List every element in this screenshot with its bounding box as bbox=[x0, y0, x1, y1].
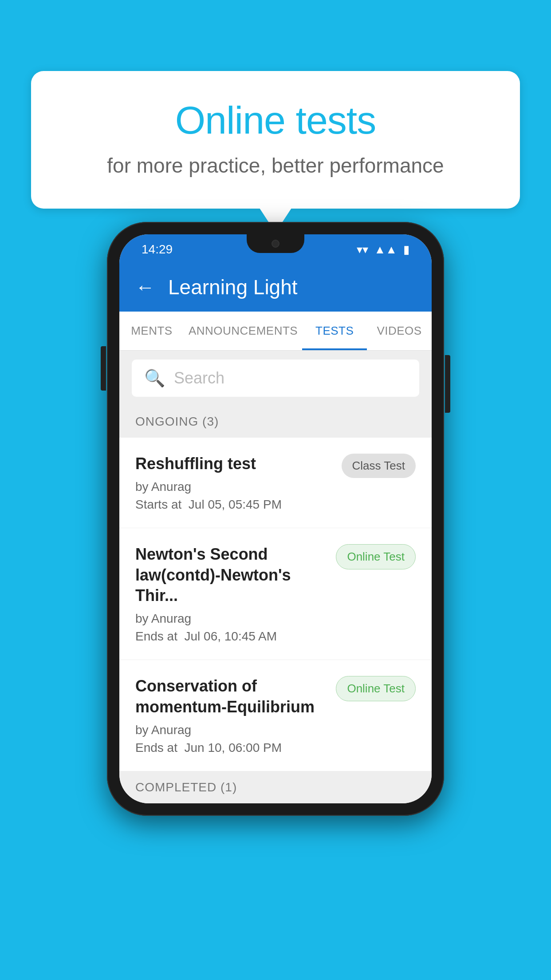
test-name-2: Newton's Second law(contd)-Newton's Thir… bbox=[135, 544, 327, 606]
badge-online-test-3: Online Test bbox=[336, 676, 416, 701]
search-container: 🔍 Search bbox=[119, 351, 432, 406]
app-bar: ← Learning Light bbox=[119, 263, 432, 312]
test-author-2: by Anurag bbox=[135, 612, 327, 626]
search-placeholder: Search bbox=[174, 369, 224, 387]
notch bbox=[247, 234, 304, 253]
test-item-1[interactable]: Reshuffling test by Anurag Starts at Jul… bbox=[119, 438, 432, 528]
badge-online-test-2: Online Test bbox=[336, 544, 416, 569]
camera-dot bbox=[272, 240, 279, 248]
status-time: 14:29 bbox=[142, 242, 173, 257]
battery-icon: ▮ bbox=[403, 243, 409, 257]
speech-bubble: Online tests for more practice, better p… bbox=[31, 71, 520, 209]
test-date-3: Ends at Jun 10, 06:00 PM bbox=[135, 741, 327, 755]
tabs-container: MENTS ANNOUNCEMENTS TESTS VIDEOS bbox=[119, 312, 432, 351]
test-name-1: Reshuffling test bbox=[135, 454, 333, 474]
test-item-2[interactable]: Newton's Second law(contd)-Newton's Thir… bbox=[119, 528, 432, 660]
tab-videos[interactable]: VIDEOS bbox=[367, 312, 432, 350]
bubble-title: Online tests bbox=[67, 98, 484, 143]
tab-ments[interactable]: MENTS bbox=[119, 312, 184, 350]
test-info-2: Newton's Second law(contd)-Newton's Thir… bbox=[135, 544, 336, 644]
test-info-3: Conservation of momentum-Equilibrium by … bbox=[135, 676, 336, 755]
ongoing-section-header: ONGOING (3) bbox=[119, 406, 432, 438]
speech-bubble-container: Online tests for more practice, better p… bbox=[31, 71, 520, 209]
wifi-icon: ▾▾ bbox=[357, 243, 368, 257]
status-bar: 14:29 ▾▾ ▲▲ ▮ bbox=[119, 234, 432, 263]
signal-icon: ▲▲ bbox=[374, 243, 397, 257]
test-author-1: by Anurag bbox=[135, 480, 333, 494]
search-bar[interactable]: 🔍 Search bbox=[132, 360, 419, 397]
badge-class-test-1: Class Test bbox=[342, 454, 416, 478]
tab-tests[interactable]: TESTS bbox=[302, 312, 367, 350]
phone-screen: 14:29 ▾▾ ▲▲ ▮ ← Learning Light MENTS bbox=[119, 234, 432, 803]
completed-section-header: COMPLETED (1) bbox=[119, 771, 432, 803]
test-date-1: Starts at Jul 05, 05:45 PM bbox=[135, 498, 333, 512]
test-date-2: Ends at Jul 06, 10:45 AM bbox=[135, 629, 327, 644]
test-item-3[interactable]: Conservation of momentum-Equilibrium by … bbox=[119, 660, 432, 771]
search-icon: 🔍 bbox=[144, 368, 165, 388]
phone-outer: 14:29 ▾▾ ▲▲ ▮ ← Learning Light MENTS bbox=[107, 222, 444, 816]
test-name-3: Conservation of momentum-Equilibrium bbox=[135, 676, 327, 718]
app-bar-title: Learning Light bbox=[168, 275, 298, 299]
bubble-subtitle: for more practice, better performance bbox=[67, 154, 484, 178]
back-button[interactable]: ← bbox=[135, 276, 155, 298]
phone-wrapper: 14:29 ▾▾ ▲▲ ▮ ← Learning Light MENTS bbox=[107, 222, 444, 816]
test-info-1: Reshuffling test by Anurag Starts at Jul… bbox=[135, 454, 342, 512]
test-list: Reshuffling test by Anurag Starts at Jul… bbox=[119, 438, 432, 771]
status-icons: ▾▾ ▲▲ ▮ bbox=[357, 243, 409, 257]
test-author-3: by Anurag bbox=[135, 723, 327, 737]
tab-announcements[interactable]: ANNOUNCEMENTS bbox=[184, 312, 302, 350]
